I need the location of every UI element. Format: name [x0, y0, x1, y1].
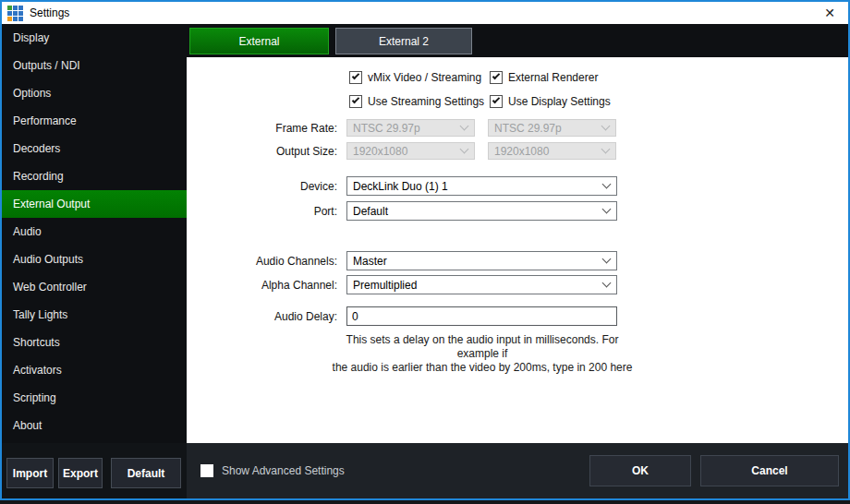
- check-icon: [492, 72, 500, 79]
- page-title: Settings: [30, 6, 69, 19]
- checkbox-box: [490, 71, 503, 84]
- output-size-select-2[interactable]: 1920x1080: [488, 142, 616, 160]
- checkbox-box: [349, 95, 362, 108]
- audio-delay-help-text: This sets a delay on the audio input in …: [325, 333, 639, 375]
- sidebar-item-performance[interactable]: Performance: [2, 107, 187, 135]
- sidebar-item-activators[interactable]: Activators: [2, 356, 187, 384]
- output-size-value-2: 1920x1080: [494, 145, 549, 158]
- sidebar-item-audio-outputs[interactable]: Audio Outputs: [2, 246, 187, 273]
- sidebar-item-outputs-ndi[interactable]: Outputs / NDI: [2, 52, 187, 79]
- external-renderer-checkbox[interactable]: External Renderer: [490, 71, 598, 84]
- audio-channels-label: Audio Channels:: [187, 255, 337, 268]
- check-icon: [352, 72, 359, 79]
- sidebar-item-recording[interactable]: Recording: [2, 162, 187, 190]
- output-size-select-1[interactable]: 1920x1080: [346, 142, 475, 160]
- device-select[interactable]: DeckLink Duo (1) 1: [346, 176, 617, 196]
- audio-delay-label: Audio Delay:: [187, 310, 337, 323]
- checkbox-box: [200, 464, 213, 477]
- vmix-video-streaming-checkbox[interactable]: vMix Video / Streaming: [349, 71, 481, 84]
- check-icon: [492, 96, 500, 103]
- use-display-settings-label: Use Display Settings: [508, 95, 611, 108]
- chevron-down-icon: [601, 144, 611, 153]
- sidebar-item-audio[interactable]: Audio: [2, 218, 187, 246]
- export-button[interactable]: Export: [58, 458, 103, 488]
- device-label: Device:: [187, 180, 337, 193]
- sidebar-item-scripting[interactable]: Scripting: [2, 384, 187, 412]
- frame-rate-value-1: NTSC 29.97p: [353, 122, 420, 135]
- close-button[interactable]: ✕: [811, 2, 848, 24]
- cancel-button[interactable]: Cancel: [700, 455, 839, 486]
- sidebar-item-about[interactable]: About: [2, 412, 187, 439]
- chevron-down-icon: [602, 179, 612, 188]
- sidebar: Display Outputs / NDI Options Performanc…: [2, 24, 187, 498]
- default-button[interactable]: Default: [111, 458, 181, 488]
- checkbox-box: [490, 95, 503, 108]
- help-line-2: the audio is earlier than the video by 2…: [325, 361, 639, 375]
- close-icon: ✕: [824, 6, 835, 20]
- title-bar: Settings ✕: [2, 2, 848, 24]
- port-label: Port:: [187, 205, 337, 218]
- use-display-settings-checkbox[interactable]: Use Display Settings: [490, 95, 611, 108]
- use-streaming-settings-label: Use Streaming Settings: [368, 95, 484, 108]
- sidebar-nav: Display Outputs / NDI Options Performanc…: [2, 24, 187, 443]
- vmix-video-streaming-label: vMix Video / Streaming: [368, 71, 481, 84]
- checkbox-box: [349, 71, 362, 84]
- external-output-panel: vMix Video / Streaming External Renderer…: [187, 57, 848, 443]
- output-size-label: Output Size:: [187, 145, 337, 158]
- port-value: Default: [353, 205, 388, 218]
- frame-rate-select-2[interactable]: NTSC 29.97p: [488, 119, 616, 137]
- bottom-bar: Show Advanced Settings OK Cancel: [187, 443, 848, 498]
- help-line-1: This sets a delay on the audio input in …: [325, 333, 639, 361]
- use-streaming-settings-checkbox[interactable]: Use Streaming Settings: [349, 95, 484, 108]
- tab-bar: External External 2: [187, 24, 848, 57]
- vmix-logo-icon: [7, 6, 23, 21]
- port-select[interactable]: Default: [346, 201, 617, 221]
- output-size-value-1: 1920x1080: [353, 145, 407, 158]
- alpha-channel-value: Premultiplied: [353, 279, 417, 292]
- chevron-down-icon: [601, 121, 611, 130]
- alpha-channel-label: Alpha Channel:: [187, 279, 337, 292]
- tab-external[interactable]: External: [189, 28, 329, 54]
- import-button[interactable]: Import: [6, 458, 54, 488]
- sidebar-item-display[interactable]: Display: [2, 24, 187, 52]
- ok-button[interactable]: OK: [589, 455, 691, 486]
- frame-rate-select-1[interactable]: NTSC 29.97p: [346, 119, 475, 137]
- show-advanced-settings-label: Show Advanced Settings: [222, 464, 345, 477]
- tab-external-2[interactable]: External 2: [335, 28, 472, 54]
- chevron-down-icon: [460, 121, 469, 130]
- sidebar-item-decoders[interactable]: Decoders: [2, 135, 187, 162]
- chevron-down-icon: [602, 204, 612, 213]
- audio-delay-input[interactable]: [346, 306, 617, 326]
- sidebar-footer: Import Export Default: [2, 443, 187, 498]
- sidebar-item-shortcuts[interactable]: Shortcuts: [2, 329, 187, 356]
- device-value: DeckLink Duo (1) 1: [353, 180, 448, 193]
- sidebar-item-web-controller[interactable]: Web Controller: [2, 273, 187, 301]
- chevron-down-icon: [602, 278, 612, 287]
- alpha-channel-select[interactable]: Premultiplied: [346, 275, 617, 294]
- sidebar-item-options[interactable]: Options: [2, 79, 187, 107]
- check-icon: [352, 96, 359, 103]
- audio-channels-select[interactable]: Master: [346, 251, 617, 270]
- sidebar-item-external-output[interactable]: External Output: [2, 190, 187, 218]
- settings-window: Settings ✕ Display Outputs / NDI Options…: [0, 0, 850, 500]
- show-advanced-settings-checkbox[interactable]: Show Advanced Settings: [200, 443, 345, 498]
- sidebar-item-tally-lights[interactable]: Tally Lights: [2, 301, 187, 329]
- chevron-down-icon: [602, 254, 612, 263]
- frame-rate-value-2: NTSC 29.97p: [494, 122, 562, 135]
- chevron-down-icon: [460, 144, 469, 153]
- external-renderer-label: External Renderer: [508, 71, 598, 84]
- audio-channels-value: Master: [353, 255, 387, 268]
- frame-rate-label: Frame Rate:: [187, 122, 337, 135]
